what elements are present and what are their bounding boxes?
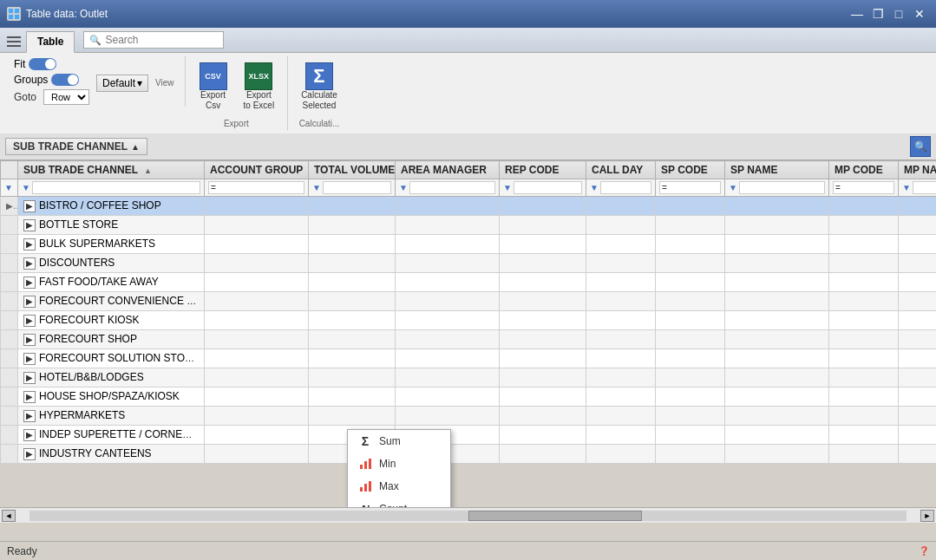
cell-sub-trade[interactable]: ▶HOUSE SHOP/SPAZA/KIOSK [18,387,205,407]
sort-arrow-icon: ▲ [131,142,140,152]
expand-button[interactable]: ▶ [23,410,36,422]
expand-button[interactable]: ▶ [23,257,36,270]
col-header-total-volume[interactable]: TOTAL VOLUME [309,161,396,179]
cell-col-6 [725,311,829,330]
col-header-rep-code[interactable]: REP CODE [500,161,586,179]
col-header-sp-code[interactable]: SP CODE [656,161,725,179]
cell-sub-trade[interactable]: ▶FORECOURT CONVENIENCE SH... [18,292,205,311]
filter-cell-sub-trade[interactable]: ▼ [18,179,205,197]
filter-cell-sp-name[interactable]: ▼ [725,179,829,197]
cell-sub-trade[interactable]: ▶FORECOURT SOLUTION STORE [18,349,205,368]
filter-icon-rep: ▼ [503,183,512,192]
svg-rect-6 [7,45,21,47]
filter-input-mp-name[interactable] [913,181,936,194]
cell-col-8 [899,426,937,445]
expand-button[interactable]: ▶ [23,296,36,308]
expand-button[interactable]: ▶ [23,429,36,441]
cell-col-6 [725,197,829,216]
maximize-button[interactable]: □ [889,6,908,22]
cell-sub-trade[interactable]: ▶FORECOURT SHOP [18,330,205,349]
col-header-account-group[interactable]: ACCOUNT GROUP [205,161,309,179]
col-header-area-manager[interactable]: AREA MANAGER [396,161,500,179]
expand-button[interactable]: ▶ [23,277,36,289]
group-header-button[interactable]: SUB TRADE CHANNEL ▲ [5,138,147,155]
filter-cell-call[interactable]: ▼ [586,179,656,197]
menu-item-count[interactable]: N Count [348,498,450,507]
minimize-button[interactable]: — [848,6,867,22]
menu-icon[interactable] [3,31,24,52]
expand-button[interactable]: ▶ [23,315,36,327]
filter-cell-mp-code[interactable] [829,179,899,197]
cell-sub-trade[interactable]: ▶FAST FOOD/TAKE AWAY [18,273,205,292]
sub-toolbar: SUB TRADE CHANNEL ▲ 🔍 [0,133,936,160]
menu-item-min[interactable]: Min [348,453,450,475]
menu-item-sum[interactable]: Σ Sum [348,430,450,453]
cell-sub-trade[interactable]: ▶DISCOUNTERS [18,254,205,273]
expand-button[interactable]: ▶ [23,372,36,384]
close-button[interactable]: ✕ [910,6,929,22]
restore-button[interactable]: ❒ [868,6,887,22]
filter-input-mp-code[interactable] [833,181,894,194]
filter-input-area[interactable] [409,181,495,194]
filter-cell-area[interactable]: ▼ [396,179,500,197]
col-label-call-day: CALL DAY [592,164,643,176]
cell-col-4 [586,368,656,387]
filter-input-volume[interactable] [323,181,391,194]
scroll-right-button[interactable]: ► [920,510,934,522]
filter-input-sp-code[interactable] [659,181,721,194]
col-header-mp-code[interactable]: MP CODE [829,161,899,179]
cell-sub-trade[interactable]: ▶INDUSTRY CANTEENS [18,445,205,464]
help-icon: ❓ [919,546,929,556]
export-csv-button[interactable]: CSV ExportCsv [193,58,234,115]
col-header-sub-trade[interactable]: SUB TRADE CHANNEL ▲ [18,161,205,179]
cell-sub-trade[interactable]: ▶FORECOURT KIOSK [18,311,205,330]
cell-sub-trade[interactable]: ▶BOTTLE STORE [18,216,205,235]
filter-input-sp-name[interactable] [739,181,825,194]
filter-cell-volume[interactable]: ▼ [309,179,396,197]
fit-toggle[interactable] [29,58,56,70]
expand-button[interactable]: ▶ [23,200,36,212]
filter-input-sub-trade[interactable] [32,181,200,194]
filter-cell-account[interactable] [205,179,309,197]
title-bar: Table data: Outlet — ❒ □ ✕ [0,0,936,28]
cell-col-1 [309,330,396,349]
cell-sub-trade[interactable]: ▶HOTEL/B&B/LODGES [18,368,205,387]
horizontal-scroll-track[interactable] [29,511,907,521]
filter-cell-rep[interactable]: ▼ [500,179,586,197]
horizontal-scroll-thumb[interactable] [468,511,642,521]
filter-input-rep[interactable] [514,181,582,194]
expand-button[interactable]: ▶ [23,219,36,231]
goto-select[interactable]: Row [43,89,89,105]
search-box[interactable]: 🔍 [83,31,224,49]
cell-col-4 [586,254,656,273]
cell-sub-trade[interactable]: ▶HYPERMARKETS [18,407,205,426]
groups-toggle[interactable] [51,74,79,86]
col-header-sp-name[interactable]: SP NAME [725,161,829,179]
tab-table[interactable]: Table [26,31,75,53]
expand-button[interactable]: ▶ [23,391,36,403]
search-input[interactable] [105,34,218,46]
col-header-mp-name[interactable]: MP NA... [899,161,937,179]
expand-button[interactable]: ▶ [23,238,36,251]
filter-input-account[interactable] [208,181,304,194]
calculate-selected-button[interactable]: Σ CalculateSelected [295,58,344,115]
cell-col-3 [500,273,586,292]
scroll-left-button[interactable]: ◄ [2,510,16,522]
expand-button[interactable]: ▶ [23,353,36,365]
expand-button[interactable]: ▶ [23,448,36,460]
col-header-call-day[interactable]: CALL DAY [586,161,656,179]
cell-sub-trade[interactable]: ▶INDEP SUPERETTE / CORNER C... [18,426,205,445]
filter-cell-mp-name[interactable]: ▼ [899,179,937,197]
table-wrapper[interactable]: SUB TRADE CHANNEL ▲ ACCOUNT GROUP TOTAL … [0,160,936,507]
export-excel-button[interactable]: XLSX Exportto Excel [238,58,281,115]
cell-sub-trade[interactable]: ▶BULK SUPERMARKETS [18,235,205,254]
expand-button[interactable]: ▶ [23,334,36,346]
filter-cell-sp-code[interactable] [656,179,725,197]
table-search-button[interactable]: 🔍 [910,136,931,157]
table-row: ▶HYPERMARKETS [1,407,937,426]
cell-col-1 [309,311,396,330]
default-button[interactable]: Default ▾ [96,75,148,92]
filter-input-call[interactable] [600,181,651,194]
menu-item-max[interactable]: Max [348,475,450,498]
cell-sub-trade[interactable]: ▶BISTRO / COFFEE SHOP [18,197,205,216]
